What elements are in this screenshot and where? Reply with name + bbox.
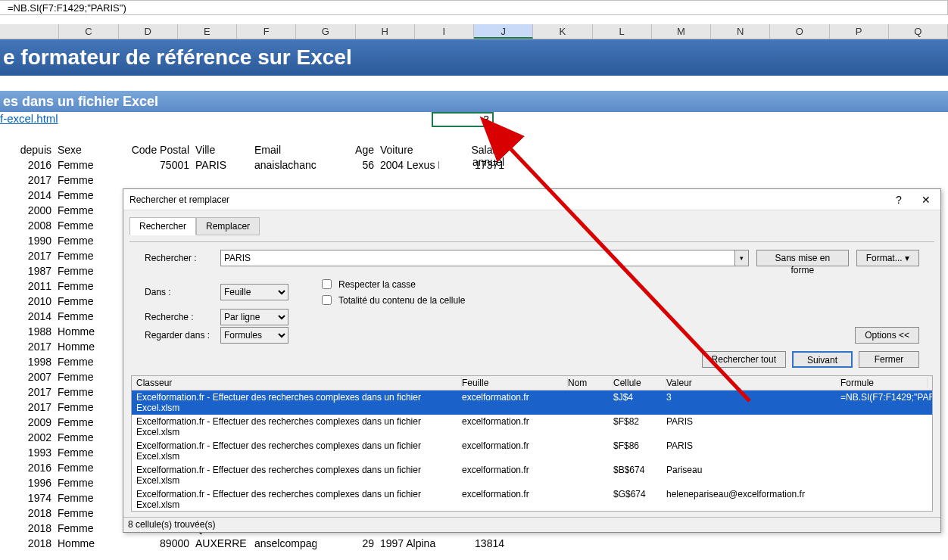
cell[interactable]: 2018 [0, 537, 55, 552]
checkbox-case-input[interactable] [322, 279, 332, 289]
cell[interactable]: 2009 [0, 416, 55, 431]
cell[interactable]: 2018 [0, 507, 55, 522]
cell[interactable]: 2017 [0, 386, 55, 401]
column-header-blank[interactable] [0, 24, 59, 39]
cell[interactable]: Femme [55, 174, 130, 189]
cell[interactable]: Femme [55, 401, 130, 416]
find-all-button[interactable]: Rechercher tout [702, 351, 786, 368]
table-row[interactable]: 2017Femme [0, 174, 948, 189]
cell[interactable]: 1997 Alpina I [377, 537, 439, 552]
column-header-H[interactable]: H [356, 24, 415, 39]
cell[interactable]: Homme [55, 341, 130, 356]
cell[interactable]: 2004 Lexus LS [377, 159, 439, 174]
column-header-I[interactable]: I [415, 24, 474, 39]
column-header-O[interactable]: O [770, 24, 829, 39]
table-row[interactable]: 2018Homme89000AUXERREanselcompag291997 A… [0, 537, 948, 552]
cell[interactable]: Femme [55, 189, 130, 204]
cell[interactable]: Femme [55, 431, 130, 446]
cell[interactable]: 2008 [0, 219, 55, 235]
checkbox-whole[interactable]: Totalité du contenu de la cellule [319, 293, 912, 307]
results-row[interactable]: Excelformation.fr - Effectuer des recher… [132, 463, 932, 487]
cell[interactable]: Femme [55, 250, 130, 265]
cell[interactable]: Femme [55, 235, 130, 250]
search-dropdown-icon[interactable]: ▾ [735, 250, 749, 266]
column-header-F[interactable]: F [237, 24, 296, 39]
cell[interactable]: Femme [55, 522, 130, 537]
format-button[interactable]: Format... ▾ [856, 250, 919, 266]
select-in[interactable]: Feuille [220, 284, 288, 300]
cell[interactable] [377, 174, 439, 189]
cell[interactable]: 1974 [0, 492, 55, 507]
find-replace-dialog[interactable]: Rechercher et remplacer ? ✕ Rechercher R… [123, 188, 941, 533]
cell[interactable]: 2017 [0, 174, 55, 189]
cell[interactable]: Femme [55, 295, 130, 310]
column-header-D[interactable]: D [119, 24, 178, 39]
close-button[interactable]: Fermer [859, 351, 919, 368]
cell[interactable]: 2016 [0, 462, 55, 477]
cell[interactable]: 2014 [0, 310, 55, 325]
cell[interactable]: 2018 [0, 522, 55, 537]
cell[interactable]: 2017 [0, 250, 55, 265]
cell[interactable]: Femme [55, 159, 130, 174]
cell[interactable]: 2017 [0, 341, 55, 356]
cell[interactable]: 1990 [0, 235, 55, 250]
cell[interactable]: anselcompag [253, 537, 317, 552]
cell[interactable]: Femme [55, 386, 130, 401]
hyperlink-cell[interactable]: f-excel.html [0, 112, 58, 125]
cell[interactable]: 2000 [0, 204, 55, 219]
cell[interactable]: PARIS [192, 159, 253, 174]
cell[interactable]: Femme [55, 492, 130, 507]
cell[interactable]: 13814 [439, 537, 507, 552]
column-header-L[interactable]: L [593, 24, 652, 39]
cell[interactable]: Femme [55, 219, 130, 235]
options-button[interactable]: Options << [855, 327, 919, 344]
results-row[interactable]: Excelformation.fr - Effectuer des recher… [132, 415, 932, 439]
cell[interactable]: Femme [55, 416, 130, 431]
table-row[interactable]: 2016Femme75001PARISanaislachanc562004 Le… [0, 159, 948, 174]
cell[interactable]: Femme [55, 280, 130, 295]
cell[interactable] [130, 174, 192, 189]
cell[interactable]: Femme [55, 507, 130, 522]
cell[interactable]: AUXERRE [192, 537, 253, 552]
cell[interactable]: 1987 [0, 265, 55, 280]
tab-search[interactable]: Rechercher [129, 217, 196, 235]
cell[interactable]: 1996 [0, 477, 55, 492]
close-icon[interactable]: ✕ [918, 194, 934, 206]
results-list[interactable]: Classeur Feuille Nom Cellule Valeur Form… [131, 375, 933, 512]
cell[interactable]: anaislachanc [253, 159, 317, 174]
cell[interactable]: Femme [55, 265, 130, 280]
search-input[interactable] [220, 250, 735, 266]
column-header-P[interactable]: P [830, 24, 889, 39]
cell[interactable]: Femme [55, 204, 130, 219]
cell[interactable]: 17371 [439, 159, 507, 174]
cell[interactable]: 2016 [0, 159, 55, 174]
cell[interactable]: 1993 [0, 446, 55, 462]
column-header-C[interactable]: C [59, 24, 118, 39]
results-row[interactable]: Excelformation.fr - Effectuer des recher… [132, 439, 932, 463]
column-header-Q[interactable]: Q [889, 24, 948, 39]
cell[interactable]: 56 [317, 159, 377, 174]
cell[interactable]: 2017 [0, 401, 55, 416]
select-lookin[interactable]: Formules [220, 327, 288, 344]
cell[interactable]: 29 [317, 537, 377, 552]
dialog-titlebar[interactable]: Rechercher et remplacer ? ✕ [123, 189, 940, 210]
tab-replace[interactable]: Remplacer [196, 217, 260, 235]
find-next-button[interactable]: Suivant [792, 351, 853, 368]
cell[interactable]: 2011 [0, 280, 55, 295]
cell[interactable]: 2007 [0, 371, 55, 386]
results-row[interactable]: Excelformation.fr - Effectuer des recher… [132, 487, 932, 512]
cell[interactable]: Femme [55, 477, 130, 492]
checkbox-case[interactable]: Respecter la casse [319, 277, 912, 291]
cell[interactable] [317, 174, 377, 189]
formula-bar[interactable]: =NB.SI(F7:F1429;"PARIS") [0, 0, 948, 15]
fill-handle[interactable] [490, 123, 494, 128]
column-header-M[interactable]: M [652, 24, 711, 39]
cell[interactable] [192, 174, 253, 189]
column-header-E[interactable]: E [178, 24, 237, 39]
cell[interactable] [439, 174, 507, 189]
cell[interactable]: 2002 [0, 431, 55, 446]
results-row[interactable]: Excelformation.fr - Effectuer des recher… [132, 390, 932, 415]
cell[interactable] [253, 174, 317, 189]
cell[interactable]: Femme [55, 462, 130, 477]
cell[interactable]: Homme [55, 325, 130, 341]
